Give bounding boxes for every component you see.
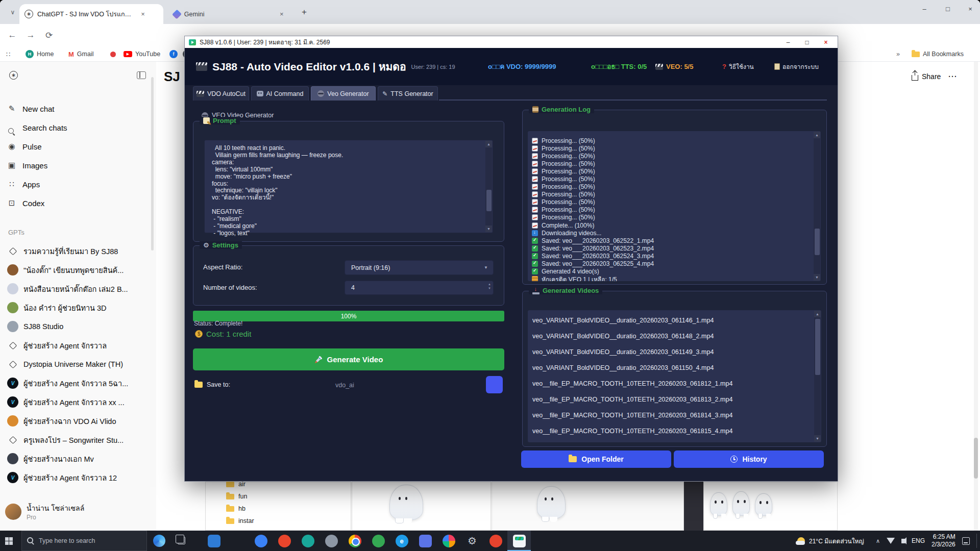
taskbar-app-button[interactable]: ⚙ <box>460 531 484 551</box>
taskbar-app-button[interactable] <box>484 531 507 551</box>
sidebar-nav-item[interactable]: Search chats <box>7 119 145 136</box>
app-title-bar[interactable]: SJ88 v1.0.6 | User: 239 | หมดอายุ: 31 มี… <box>185 36 838 48</box>
log-entry[interactable]: Processing... (50%) <box>532 137 810 144</box>
video-count-input[interactable]: 4 ▲▼ <box>345 281 494 295</box>
log-entry[interactable]: Processing... (50%) <box>532 214 810 221</box>
log-entry[interactable]: Saved: veo___20260203_062523_2.mp4 <box>532 244 810 252</box>
refresh-icon[interactable]: ⟳ <box>42 28 56 42</box>
taskbar-app-button[interactable] <box>202 531 226 551</box>
show-desktop-divider[interactable] <box>976 534 977 548</box>
scroll-up-icon[interactable]: ▲ <box>814 132 820 138</box>
tab-close-icon[interactable]: × <box>277 10 286 19</box>
gpt-item[interactable]: V ผู้ช่วยสร้าง Agent จักรวาล xx ... <box>7 393 151 411</box>
taskbar-app-button[interactable] <box>320 531 343 551</box>
all-bookmarks-button[interactable]: All Bookmarks <box>912 48 964 60</box>
video-file-item[interactable]: veo__file_EP_PIXAR_3D_TOOTH_10+_20260203… <box>528 439 810 442</box>
scrollbar-thumb[interactable] <box>815 319 820 375</box>
scroll-up-icon[interactable]: ▲ <box>485 141 492 147</box>
taskbar-app-button[interactable] <box>413 531 437 551</box>
scroll-down-icon[interactable]: ▼ <box>814 435 821 442</box>
tab-tts-generator[interactable]: ✎TTS Generator <box>378 86 438 101</box>
gpt-item[interactable]: รวมความรู้ที่เรียนมา By SJ88 <box>7 242 151 260</box>
weather-widget[interactable]: 21°C มีแดดส่วนใหญ่ <box>797 531 864 551</box>
page-menu-dots-icon[interactable]: ⋯ <box>948 71 957 82</box>
browser-maximize-button[interactable]: □ <box>937 0 959 17</box>
taskbar-app-button[interactable] <box>273 531 296 551</box>
gpt-item[interactable]: SJ88 Studio <box>7 317 151 336</box>
sidebar-nav-item[interactable]: ◉ Pulse <box>7 138 145 155</box>
scrollbar-thumb[interactable] <box>815 229 820 255</box>
taskbar-app-button[interactable]: e <box>390 531 413 551</box>
browse-folder-button[interactable] <box>486 376 503 393</box>
log-entry[interactable]: Processing... (50%) <box>532 198 810 206</box>
app-minimize-button[interactable]: – <box>780 36 796 48</box>
gpt-item[interactable]: ผู้ช่วยสร้างฉาก VDO Ai Vlido <box>7 412 151 430</box>
taskbar-app-button[interactable] <box>343 531 366 551</box>
share-button[interactable]: Share <box>912 72 941 81</box>
taskbar-search-box[interactable]: Type here to search <box>21 531 147 551</box>
taskbar-app-button[interactable] <box>507 531 531 551</box>
bookmark-facebook[interactable]: f <box>169 48 178 60</box>
log-scrollbar[interactable]: ▲ ▼ <box>814 132 820 281</box>
log-entry[interactable]: หักเครดิต VEO 1 | เหลือ: 1/5 <box>532 276 810 281</box>
tab-veo-generator[interactable]: Veo Generator <box>311 86 376 101</box>
prompt-textarea[interactable]: All 10 teeth react in panic. Villain ger… <box>204 140 493 233</box>
sidebar-scrollbar[interactable] <box>151 77 154 251</box>
task-view-icon[interactable] <box>178 537 185 544</box>
scroll-down-icon[interactable]: ▼ <box>485 226 492 232</box>
log-entry[interactable]: Processing... (50%) <box>532 206 810 214</box>
search-highlights-icon[interactable] <box>153 535 165 547</box>
log-entry[interactable]: Processing... (50%) <box>532 160 810 167</box>
video-file-item[interactable]: veo__file_EP_MACRO_TOOTH_10TEETH_2026020… <box>528 407 810 423</box>
gpt-item[interactable]: น้อง คำร่า ผู้ช่วยนิทาน 3D <box>7 298 151 317</box>
scroll-down-icon[interactable]: ▼ <box>814 274 820 281</box>
back-icon[interactable]: ← <box>5 28 19 42</box>
bookmark-youtube[interactable]: ▶YouTube <box>124 48 160 60</box>
network-icon[interactable] <box>887 538 895 544</box>
sidebar-nav-item[interactable]: ⊡ Codex <box>7 194 145 212</box>
log-entry[interactable]: Processing... (50%) <box>532 183 810 191</box>
bookmark-gmail[interactable]: MGmail <box>68 48 94 60</box>
aspect-ratio-select[interactable]: Portrait (9:16) ▼ <box>345 260 494 275</box>
video-file-item[interactable]: veo__file_EP_MACRO_TOOTH_10TEETH_2026020… <box>528 391 810 407</box>
videos-scrollbar[interactable]: ▲ ▼ <box>814 311 821 442</box>
sidebar-nav-item[interactable]: ✎ New chat <box>7 100 145 117</box>
explorer-folder-row[interactable]: instar <box>226 515 372 527</box>
history-button[interactable]: History <box>674 450 824 468</box>
taskbar-app-button[interactable] <box>437 531 460 551</box>
gpt-item[interactable]: หนังสือนายหน้าตั๊กต๊อก เล่ม2 B... <box>7 280 151 298</box>
speaker-icon[interactable] <box>901 539 905 543</box>
action-center-icon[interactable] <box>962 537 970 545</box>
scrollbar-thumb[interactable] <box>486 190 492 211</box>
browser-close-button[interactable]: × <box>960 0 980 17</box>
log-entry[interactable]: Processing... (50%) <box>532 152 810 160</box>
log-entry[interactable]: Downloading videos... <box>532 229 810 237</box>
taskbar-app-button[interactable] <box>226 531 249 551</box>
new-tab-button[interactable]: + <box>299 7 310 18</box>
app-maximize-button[interactable]: □ <box>799 36 815 48</box>
tab-ai-command[interactable]: AI Command <box>251 86 309 101</box>
bookmarks-overflow-chevron[interactable]: » <box>896 48 900 60</box>
forward-icon[interactable]: → <box>23 28 38 42</box>
language-indicator[interactable]: ENG <box>912 537 925 544</box>
bookmark-home[interactable]: HHome <box>26 48 54 60</box>
gpt-item[interactable]: ผู้ช่วยสร้างนางเอก Mv <box>7 449 151 468</box>
gpt-item[interactable]: Dystopia Universe Maker (TH) <box>7 355 151 373</box>
page-scrollbar-thumb[interactable] <box>974 438 978 479</box>
gpt-item[interactable]: "น้องตั๊ก" เขียนบทพูดขายสินค้... <box>7 261 151 279</box>
sidebar-nav-item[interactable]: ∷ Apps <box>7 176 145 193</box>
tab-close-icon[interactable]: × <box>138 10 148 19</box>
explorer-folder-row[interactable]: fun <box>226 490 372 503</box>
log-entry[interactable]: Saved: veo___20260203_062524_3.mp4 <box>532 252 810 260</box>
log-entry[interactable]: Complete... (100%) <box>532 221 810 229</box>
gpt-item[interactable]: V ผู้ช่วยสร้าง Agent จักรวาล 12 <box>7 468 151 487</box>
video-file-item[interactable]: veo_VARIANT_BoldVIDEO__duratio_20260203_… <box>528 344 810 360</box>
gpt-item[interactable]: ครูเพลงโปร – Songwriter Stu... <box>7 431 151 449</box>
start-button-icon[interactable] <box>5 537 9 541</box>
taskbar-app-button[interactable] <box>366 531 390 551</box>
sidebar-nav-item[interactable]: ▣ Images <box>7 157 145 174</box>
scroll-up-icon[interactable]: ▲ <box>814 311 821 317</box>
open-folder-button[interactable]: Open Folder <box>521 450 671 468</box>
logout-link[interactable]: ออกจากระบบ <box>774 62 819 71</box>
generate-video-button[interactable]: Generate Video <box>193 348 504 370</box>
